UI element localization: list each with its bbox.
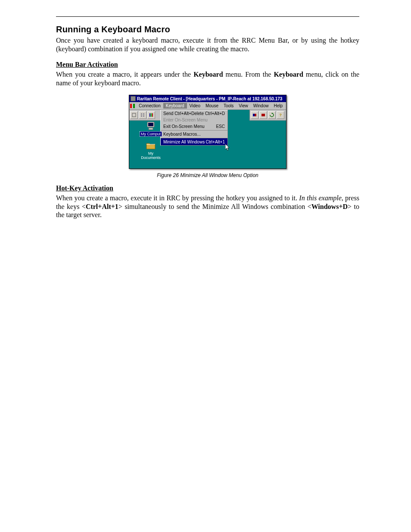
client-area: ? Send Ctrl+Alt+DeleteCtrl+Alt+DEnter On… (129, 110, 286, 168)
top-rule (56, 16, 359, 17)
status-red-icon (130, 104, 132, 108)
text: menu. From the (223, 71, 274, 78)
intro-paragraph: Once you have created a keyboard macro, … (56, 36, 359, 53)
app-icon (131, 96, 136, 101)
desktop-icons: My ComputMy Documents (139, 121, 163, 160)
menu-option-label: Minimize All Windows (163, 140, 205, 144)
menu-option-shortcut: Ctrl+Alt+D (205, 111, 225, 116)
menu-option[interactable]: Enter On-Screen Menu (161, 117, 227, 123)
section-title: Running a Keyboard Macro (56, 25, 359, 34)
toolbar-button[interactable] (251, 111, 258, 119)
menu-item-window[interactable]: Window (251, 103, 271, 109)
screenshot-figure: Raritan Remote Client - [Headquarters - … (129, 95, 286, 169)
menu-option-label: Exit On-Screen Menu (163, 124, 205, 129)
window-title: Raritan Remote Client - [Headquarters - … (137, 96, 282, 101)
menu-item-keyboard[interactable]: Keyboard (163, 103, 187, 109)
menu-option-shortcut: Ctrl+Alt+1 (206, 140, 225, 144)
menu-bar-activation-title: Menu Bar Activation (56, 61, 359, 68)
toolbar-button[interactable] (147, 111, 155, 119)
menubar: ConnectionKeyboardVideoMouseToolsViewWin… (129, 102, 286, 110)
svg-rect-2 (255, 114, 256, 116)
hotkey-combo: Ctrl+Alt+1 (86, 203, 118, 210)
cursor-icon (225, 144, 230, 151)
toolbar-left (129, 110, 162, 121)
text: When you create a macro, it appears unde… (56, 71, 193, 78)
toolbar-button[interactable] (139, 111, 146, 119)
svg-rect-1 (253, 114, 255, 116)
hotkey-combo: Windows+D (311, 203, 348, 210)
desktop-item[interactable]: My Documents (139, 141, 163, 160)
status-green-icon (133, 104, 135, 108)
toolbar-button[interactable] (130, 111, 138, 119)
text: > simultaneously to send the Minimize Al… (118, 203, 311, 210)
desktop-item-label: My Documents (139, 151, 163, 160)
menu-bar-activation-text: When you create a macro, it appears unde… (56, 70, 359, 87)
toolbar-refresh-icon[interactable] (268, 111, 276, 119)
menu-option-label: Keyboard Macros... (163, 132, 201, 137)
menu-option[interactable]: Exit On-Screen MenuESC (161, 123, 227, 130)
svg-rect-3 (262, 114, 265, 116)
computer-icon (146, 121, 156, 131)
menu-item-view[interactable]: View (236, 103, 251, 109)
menu-item-video[interactable]: Video (187, 103, 203, 109)
menu-item-help[interactable]: Help (271, 103, 285, 109)
desktop-item-label: My Comput (140, 131, 162, 137)
menu-option-label: Send Ctrl+Alt+Delete (163, 111, 204, 116)
figure-caption: Figure 26 Minimize All Window Menu Optio… (56, 172, 359, 178)
svg-rect-6 (149, 128, 153, 130)
menu-option[interactable]: Send Ctrl+Alt+DeleteCtrl+Alt+D (161, 110, 227, 117)
menu-option-shortcut: ESC (216, 124, 225, 129)
menu-option[interactable]: Keyboard Macros... (161, 130, 227, 137)
hotkey-activation-title: Hot-Key Activation (56, 184, 359, 192)
toolbar-help-icon[interactable]: ? (277, 111, 284, 119)
menu-item-mouse[interactable]: Mouse (203, 103, 221, 109)
menu-item-connection[interactable]: Connection (136, 103, 163, 109)
text-italic: In this example (299, 194, 341, 202)
menu-option[interactable]: Minimize All WindowsCtrl+Alt+1 (161, 138, 227, 145)
text: When you create a macro, execute it in R… (56, 194, 299, 202)
toolbar-button[interactable] (259, 111, 267, 119)
menu-option-label: Enter On-Screen Menu (163, 118, 208, 122)
menu-item-tools[interactable]: Tools (221, 103, 236, 109)
svg-rect-5 (148, 123, 153, 126)
desktop-item[interactable]: My Comput (139, 121, 163, 137)
window-titlebar: Raritan Remote Client - [Headquarters - … (129, 95, 286, 102)
svg-rect-0 (132, 113, 136, 117)
keyboard-menu-dropdown: Send Ctrl+Alt+DeleteCtrl+Alt+DEnter On-S… (160, 110, 228, 146)
hotkey-activation-text: When you create a macro, execute it in R… (56, 194, 359, 219)
folder-icon (146, 141, 156, 150)
toolbar-right: ? (249, 110, 286, 121)
keyword-keyboard: Keyboard (193, 71, 223, 78)
keyword-keyboard: Keyboard (274, 71, 303, 78)
